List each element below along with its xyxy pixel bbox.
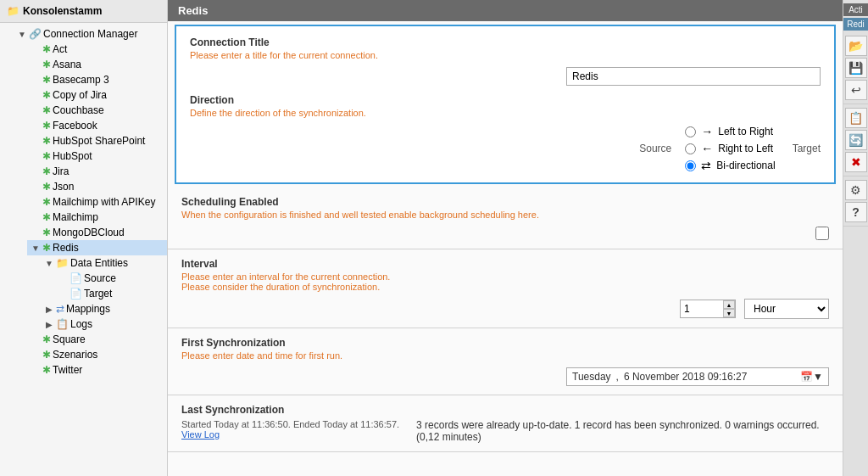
toolbar-header: Acti <box>843 3 868 16</box>
sidebar-label-redis: Redis <box>53 242 79 254</box>
sidebar-item-redis[interactable]: ▼ ✱ Redis <box>27 240 167 255</box>
sidebar-item-twitter[interactable]: ✱ Twitter <box>27 362 167 378</box>
refresh-button[interactable]: 🔄 <box>845 130 867 150</box>
calendar-icon[interactable]: 📅▼ <box>800 371 823 383</box>
sidebar-label-act: Act <box>53 43 67 55</box>
sidebar-label-couchbase: Couchbase <box>53 104 104 116</box>
sidebar-item-jira[interactable]: ✱ Jira <box>27 164 167 179</box>
first-sync-desc: Please enter date and time for first run… <box>181 350 829 361</box>
rtl-label[interactable]: Right to Left <box>718 143 773 154</box>
undo-button[interactable]: ↩ <box>845 80 867 100</box>
last-sync-section: Last Synchronization Started Today at 11… <box>168 395 843 452</box>
sidebar-item-logs[interactable]: ▶ 📋 Logs <box>41 316 167 332</box>
sidebar-item-hubspot-sharepoint[interactable]: ✱ HubSpot SharePoint <box>27 133 167 148</box>
square-icon: ✱ <box>42 333 51 345</box>
sidebar-label-hubspot: HubSpot <box>53 150 92 162</box>
connection-manager-icon: 🔗 <box>29 28 42 40</box>
scheduling-row <box>181 227 829 240</box>
sidebar-item-mailchimp-api[interactable]: ✱ Mailchimp with APIKey <box>27 194 167 210</box>
copy-button[interactable]: 📋 <box>845 108 867 128</box>
sidebar-label-twitter: Twitter <box>53 364 82 376</box>
scheduling-checkbox[interactable] <box>815 227 829 240</box>
tree-root: ▼ 🔗 Connection Manager ✱ Act ✱ Asana ✱ B… <box>0 23 167 381</box>
first-sync-label: First Synchronization <box>181 337 829 349</box>
sidebar-label-data-entities: Data Entities <box>70 257 128 269</box>
sidebar-label-hubspot-sp: HubSpot SharePoint <box>53 135 145 147</box>
sidebar-label-square: Square <box>53 333 86 345</box>
sidebar-item-connection-manager[interactable]: ▼ 🔗 Connection Manager <box>14 26 167 42</box>
sidebar-item-data-entities[interactable]: ▼ 📁 Data Entities <box>41 255 167 271</box>
last-sync-started: Started Today at 11:36:50. Ended Today a… <box>181 419 399 429</box>
ltr-radio-row: → Left to Right <box>685 125 773 138</box>
ltr-radio[interactable] <box>685 126 696 137</box>
rtl-radio[interactable] <box>685 143 696 154</box>
delete-button[interactable]: ✖ <box>845 152 867 172</box>
bidir-radio-row: ⇄ Bi-directional <box>685 159 775 172</box>
sidebar-item-mailchimp[interactable]: ✱ Mailchimp <box>27 210 167 225</box>
direction-desc: Define the direction of the synchronizat… <box>190 108 821 118</box>
sidebar-item-couchbase[interactable]: ✱ Couchbase <box>27 103 167 118</box>
first-sync-day: Tuesday <box>572 371 611 383</box>
spin-up-button[interactable]: ▲ <box>723 300 735 309</box>
interval-spinner: 1 ▲ ▼ <box>680 300 736 318</box>
main-title: Redis <box>178 4 208 17</box>
bidir-radio[interactable] <box>685 160 696 171</box>
sidebar-item-square[interactable]: ✱ Square <box>27 332 167 347</box>
sidebar-item-json[interactable]: ✱ Json <box>27 179 167 194</box>
sidebar-item-asana[interactable]: ✱ Asana <box>27 57 167 72</box>
connection-title-input[interactable]: Redis <box>566 67 821 86</box>
ltr-label[interactable]: Left to Right <box>718 126 773 137</box>
toggle-icon: ▼ <box>17 30 27 39</box>
spin-buttons: ▲ ▼ <box>723 300 735 317</box>
sidebar: 📁 Konsolenstamm ▼ 🔗 Connection Manager ✱… <box>0 0 168 476</box>
toolbar-section-1: 📂 💾 ↩ <box>843 36 868 104</box>
sidebar-item-copy-of-jira[interactable]: ✱ Copy of Jira <box>27 87 167 103</box>
interval-value-input[interactable]: 1 <box>681 300 723 317</box>
twitter-icon: ✱ <box>42 364 51 376</box>
sidebar-label-json: Json <box>53 181 74 193</box>
sidebar-label-logs: Logs <box>70 318 92 330</box>
interval-row: 1 ▲ ▼ Hour Minute Day Week Month <box>181 299 829 319</box>
toolbar-header-label: Acti <box>849 5 863 14</box>
interval-desc-line2: Please consider the duration of synchron… <box>181 282 380 292</box>
mongodbcloud-icon: ✱ <box>42 227 51 238</box>
bidir-arrow: ⇄ <box>701 159 711 172</box>
sidebar-item-facebook[interactable]: ✱ Facebook <box>27 118 167 133</box>
sidebar-item-szenarios[interactable]: ✱ Szenarios <box>27 347 167 362</box>
facebook-icon: ✱ <box>42 120 51 132</box>
sidebar-label-target: Target <box>84 288 112 300</box>
last-sync-left: Started Today at 11:36:50. Ended Today a… <box>181 419 399 443</box>
hubspot-sp-icon: ✱ <box>42 135 51 147</box>
bidir-label[interactable]: Bi-directional <box>716 160 775 171</box>
view-log-link[interactable]: View Log <box>181 429 399 440</box>
settings-button[interactable]: ⚙ <box>845 180 867 200</box>
ltr-arrow: → <box>701 125 713 138</box>
sidebar-item-act[interactable]: ✱ Act <box>27 42 167 57</box>
main-panel: Redis Connection Title Please enter a ti… <box>168 0 843 476</box>
sidebar-label-mailchimp-api: Mailchimp with APIKey <box>53 196 155 208</box>
scheduling-desc: When the configuration is finished and w… <box>181 210 829 220</box>
rtl-arrow: ← <box>701 142 713 155</box>
act-icon: ✱ <box>42 43 51 55</box>
direction-controls: → Left to Right ← Right to Left ⇄ Bi-dir… <box>685 125 775 172</box>
help-button[interactable]: ? <box>845 202 867 222</box>
toolbar-section-3: ⚙ ? <box>843 180 868 227</box>
last-sync-label: Last Synchronization <box>181 404 829 416</box>
interval-unit-select[interactable]: Hour Minute Day Week Month <box>744 299 829 319</box>
sidebar-label-facebook: Facebook <box>53 120 97 132</box>
mailchimp-icon: ✱ <box>42 211 51 223</box>
sidebar-label-mongodbcloud: MongoDBCloud <box>53 227 125 238</box>
sidebar-item-target[interactable]: 📄 Target <box>54 286 167 301</box>
sidebar-item-mongodbcloud[interactable]: ✱ MongoDBCloud <box>27 225 167 240</box>
spin-down-button[interactable]: ▼ <box>723 309 735 317</box>
sidebar-item-basecamp3[interactable]: ✱ Basecamp 3 <box>27 72 167 87</box>
last-sync-status: 3 records were already up-to-date. 1 rec… <box>416 419 829 443</box>
date-input-wrapper: Tuesday , 6 November 2018 09:16:27 📅▼ <box>566 367 829 386</box>
sidebar-item-source[interactable]: 📄 Source <box>54 271 167 286</box>
open-file-button[interactable]: 📂 <box>845 36 867 56</box>
sidebar-item-mappings[interactable]: ▶ ⇄ Mappings <box>41 301 167 316</box>
spacer <box>168 452 843 469</box>
sidebar-item-hubspot[interactable]: ✱ HubSpot <box>27 148 167 164</box>
scheduling-label: Scheduling Enabled <box>181 196 829 208</box>
save-button[interactable]: 💾 <box>845 58 867 78</box>
